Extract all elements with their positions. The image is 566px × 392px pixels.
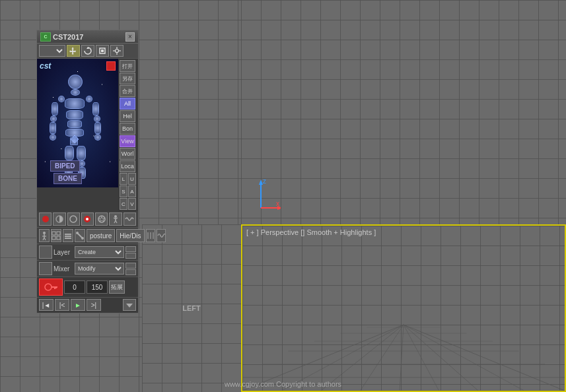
svg-rect-51 xyxy=(52,236,55,240)
panel-close-button[interactable]: × xyxy=(125,32,135,42)
icon-btn-4[interactable] xyxy=(75,229,85,242)
svg-rect-25 xyxy=(101,49,104,52)
ctrl-btn-1[interactable] xyxy=(39,212,52,226)
grid-icon xyxy=(52,231,61,240)
svg-point-38 xyxy=(114,215,117,218)
icon-btn-3[interactable] xyxy=(63,229,73,242)
frame-end-input[interactable] xyxy=(87,280,108,294)
mixer-icon-btn[interactable] xyxy=(39,262,52,275)
right-thigh-node[interactable] xyxy=(77,146,86,160)
viewport-left[interactable]: LEFT xyxy=(142,224,241,392)
mixer-down-btn[interactable] xyxy=(125,269,136,275)
left-viewport-label: LEFT xyxy=(182,304,201,312)
world-button[interactable]: Worl xyxy=(120,148,135,160)
posture-button[interactable]: posture xyxy=(87,229,115,242)
circle-icon xyxy=(41,214,50,224)
open-button[interactable]: 打开 xyxy=(120,60,135,72)
right-action-buttons: 打开 另存 合并 All Hel Bon View Worl Loca L U … xyxy=(118,59,138,211)
left-shoulder-node[interactable] xyxy=(58,96,65,102)
neck-node[interactable] xyxy=(71,89,80,96)
toolbar-rotate-btn[interactable] xyxy=(81,45,94,57)
wave-btn[interactable] xyxy=(157,229,166,242)
layer-dropdown[interactable]: Create xyxy=(75,246,124,258)
left-elbow-node[interactable] xyxy=(50,115,57,122)
go-end-btn[interactable]: >| xyxy=(87,299,101,311)
layer-side-buttons xyxy=(125,246,136,259)
right-shoulder-node[interactable] xyxy=(86,96,92,102)
svg-point-62 xyxy=(45,284,52,290)
svg-rect-55 xyxy=(65,238,71,239)
svg-rect-53 xyxy=(65,234,71,235)
left-forearm-node[interactable] xyxy=(50,122,56,134)
a-button[interactable]: A xyxy=(128,185,136,197)
bon-button[interactable]: Bon xyxy=(120,123,135,135)
hie-dis-button[interactable]: Hie/Dis xyxy=(116,229,144,242)
key-icon[interactable] xyxy=(39,278,63,296)
mixer-label: Mixer xyxy=(53,265,73,273)
vertical-lines-btn[interactable] xyxy=(146,229,155,242)
right-hand-node[interactable] xyxy=(94,134,101,141)
svg-line-48 xyxy=(44,238,46,240)
toolbar-dropdown[interactable] xyxy=(39,45,65,57)
layer-down-btn[interactable] xyxy=(125,253,136,259)
ctrl-btn-3[interactable] xyxy=(67,212,80,226)
local-button[interactable]: Loca xyxy=(120,160,135,172)
svg-rect-54 xyxy=(65,236,71,237)
left-thigh-node[interactable] xyxy=(65,146,74,160)
cst-icon-label: C xyxy=(44,34,47,39)
ctrl-btn-6[interactable] xyxy=(109,212,122,226)
step-back-btn[interactable]: |< xyxy=(55,299,69,311)
ctrl-btn-2[interactable] xyxy=(53,212,65,226)
viewport-top-right[interactable]: z x xyxy=(241,0,566,224)
view-button[interactable]: View xyxy=(120,135,135,147)
left-hand-node[interactable] xyxy=(50,134,56,141)
chest-node[interactable] xyxy=(65,98,85,109)
layer-icon-btn[interactable] xyxy=(39,245,52,259)
svg-text:x: x xyxy=(276,200,279,207)
axis-indicator: z x xyxy=(254,178,281,211)
s-button[interactable]: S xyxy=(120,185,127,197)
c-button[interactable]: C xyxy=(120,198,127,210)
save-as-button[interactable]: 另存 xyxy=(120,73,135,84)
play-btn[interactable]: ► xyxy=(71,299,85,311)
upper-torso-node[interactable] xyxy=(66,110,83,119)
ctrl-btn-4[interactable] xyxy=(81,212,94,226)
l-button[interactable]: L xyxy=(120,173,127,185)
toolbar-scale-btn[interactable] xyxy=(96,45,109,57)
panel-titlebar: C CST2017 × xyxy=(37,30,138,44)
right-elbow-node[interactable] xyxy=(94,115,100,122)
merge-button[interactable]: 合并 xyxy=(120,85,135,97)
biped-label[interactable]: BIPED xyxy=(50,160,80,172)
v-button[interactable]: V xyxy=(128,198,136,210)
mixer-up-btn[interactable] xyxy=(125,263,136,269)
icon-btn-2[interactable] xyxy=(51,229,61,242)
all-button[interactable]: All xyxy=(120,98,135,110)
record-icon xyxy=(83,214,92,224)
bone-label[interactable]: BONE xyxy=(53,173,82,184)
right-upper-arm-node[interactable] xyxy=(92,102,99,115)
right-forearm-node[interactable] xyxy=(94,122,101,134)
toolbar-settings-btn[interactable] xyxy=(110,45,124,57)
go-start-btn[interactable]: |◄ xyxy=(39,299,53,311)
frame-start-input[interactable] xyxy=(64,280,85,294)
ctrl-btn-5[interactable] xyxy=(95,212,108,226)
layer-up-btn[interactable] xyxy=(125,246,136,252)
svg-text:z: z xyxy=(263,178,266,185)
u-button[interactable]: U xyxy=(128,173,136,185)
dropdown-arrow-icon xyxy=(126,302,133,308)
ctrl-btn-7[interactable] xyxy=(124,212,136,226)
viewport-perspective[interactable]: [ + ] Perspective [] Smooth + Highlights… xyxy=(241,224,566,392)
hel-button[interactable]: Hel xyxy=(120,110,135,122)
mid-torso-node[interactable] xyxy=(67,120,82,128)
layers-icon xyxy=(63,231,73,240)
ctrl-buttons-row xyxy=(37,211,138,228)
toolbar-move-btn[interactable] xyxy=(67,45,80,57)
svg-point-34 xyxy=(70,216,77,222)
mixer-dropdown[interactable]: Modify xyxy=(75,263,124,275)
icon-btn-1[interactable] xyxy=(39,229,50,242)
head-node[interactable] xyxy=(68,75,83,89)
keyframe-row: 拓展 xyxy=(37,277,138,298)
expand-button[interactable]: 拓展 xyxy=(109,280,125,294)
left-upper-arm-node[interactable] xyxy=(52,102,58,115)
playback-options-btn[interactable] xyxy=(123,299,136,311)
